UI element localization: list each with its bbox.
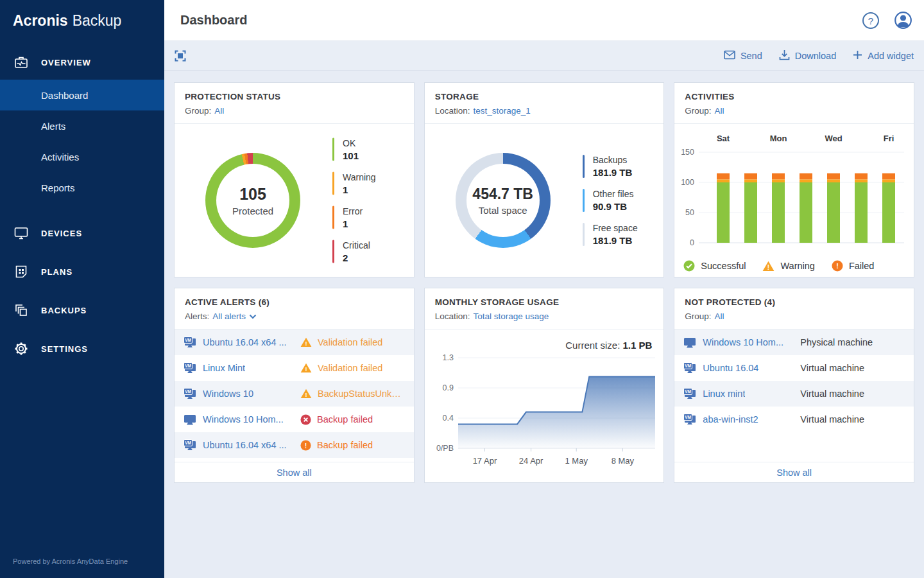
activities-header: ACTIVITIES Group: All xyxy=(674,83,914,124)
top-header: Dashboard ? xyxy=(164,0,924,41)
sidebar-item-dashboard[interactable]: Dashboard xyxy=(0,80,164,110)
machine-name-link[interactable]: aba-win-inst2 xyxy=(703,414,758,425)
alert-row: VM Linux Mint ! Validation failed xyxy=(175,355,414,381)
alert-row: VM Windows 10 ! BackupStatusUnkno... xyxy=(175,381,414,407)
legend-label: Error xyxy=(343,206,363,216)
machine-name-link[interactable]: Windows 10 Hom... xyxy=(703,337,783,347)
physical-machine-icon xyxy=(683,337,696,348)
sidebar-section-overview[interactable]: OVERVIEW xyxy=(0,45,164,80)
backups-icon xyxy=(13,302,30,319)
svg-text:VM: VM xyxy=(685,389,691,394)
legend-label: OK xyxy=(343,138,359,148)
legend-label: Backups xyxy=(593,155,633,165)
alert-status-text: Validation failed xyxy=(318,363,382,373)
total-space-value: 454.7 TB xyxy=(472,186,533,203)
not-protected-show-all-link[interactable]: Show all xyxy=(674,462,914,482)
add-widget-button[interactable]: Add widget xyxy=(853,49,914,62)
svg-text:!: ! xyxy=(767,263,769,270)
main-area: Dashboard ? xyxy=(164,0,924,578)
alerts-filter-dropdown[interactable]: Alerts: All alerts xyxy=(185,311,404,321)
bar-sun-failed xyxy=(744,173,757,179)
machine-name-link[interactable]: Ubuntu 16.04 x64 ... xyxy=(203,440,287,450)
protection-header: PROTECTION STATUS Group: All xyxy=(175,83,414,124)
bar-mon-warning xyxy=(772,179,785,182)
machine-name-link[interactable]: Windows 10 xyxy=(203,389,253,399)
legend-label: Other files xyxy=(593,189,634,199)
legend-successful: Successful xyxy=(683,260,746,272)
bar-tue-failed xyxy=(800,173,812,179)
storage-donut-center: 454.7 TB Total space xyxy=(456,153,551,248)
legend-color-bar xyxy=(583,155,585,178)
sidebar-item-alerts[interactable]: Alerts xyxy=(0,110,164,141)
legend-color-bar xyxy=(332,206,334,229)
protection-body: 105 Protected OK 101 Warning 1 Error 1 C… xyxy=(175,124,414,277)
bar-sat-failed xyxy=(717,173,730,179)
machine-name-link[interactable]: Ubuntu 16.04 xyxy=(703,363,758,373)
bar-fri-successful xyxy=(882,182,895,243)
widget-title: NOT PROTECTED (4) xyxy=(685,297,903,307)
legend-label: Warning xyxy=(780,261,814,271)
legend-color-bar xyxy=(583,189,585,212)
location-filter-link[interactable]: test_storage_1 xyxy=(473,106,530,116)
machine-name-link[interactable]: Windows 10 Hom... xyxy=(203,414,284,425)
overview-icon xyxy=(13,54,30,71)
acronis-backup-logo: Acronis Backup xyxy=(0,0,164,41)
machine-type: Virtual machine xyxy=(800,389,864,399)
alerts-show-all-link[interactable]: Show all xyxy=(175,462,414,482)
location-filter-link[interactable]: Total storage usage xyxy=(473,311,549,321)
vm-machine-icon: VM xyxy=(683,388,696,399)
legend-value: 181.9 TB xyxy=(593,235,638,246)
sidebar-section-plans[interactable]: PLANS xyxy=(0,254,164,289)
machine-name-link[interactable]: Linux Mint xyxy=(203,363,245,373)
machine-type: Physical machine xyxy=(800,337,873,347)
send-button[interactable]: Send xyxy=(724,49,762,62)
legend-color-bar xyxy=(583,223,585,246)
group-filter-link[interactable]: All xyxy=(715,311,724,321)
not-protected-header: NOT PROTECTED (4) Group: All xyxy=(674,288,914,329)
vm-machine-icon: VM xyxy=(184,439,196,451)
machine-name-link[interactable]: Linux mint xyxy=(703,389,745,399)
widget-title: MONTHLY STORAGE USAGE xyxy=(435,297,654,307)
critical-status-icon xyxy=(300,414,311,425)
fullscreen-button[interactable] xyxy=(175,50,186,62)
account-button[interactable] xyxy=(894,11,912,30)
svg-text:VM: VM xyxy=(185,441,191,445)
bar-fri-warning xyxy=(882,179,895,182)
svg-text:100: 100 xyxy=(681,178,694,187)
widget-activities: ACTIVITIES Group: All 150100500SatMonWed… xyxy=(674,82,914,277)
svg-text:?: ? xyxy=(868,15,873,26)
sidebar-section-backups[interactable]: BACKUPS xyxy=(0,293,164,328)
help-button[interactable]: ? xyxy=(862,12,880,30)
not-protected-row: VM aba-win-inst2 Virtual machine xyxy=(674,407,914,432)
group-filter-link[interactable]: All xyxy=(214,106,224,116)
settings-icon xyxy=(13,340,30,357)
sidebar-section-devices[interactable]: DEVICES xyxy=(0,216,164,250)
powered-by-text: Powered by Acronis AnyData Engine xyxy=(13,557,128,565)
failed-icon: ! xyxy=(832,260,843,272)
not-protected-row: VM Ubuntu 16.04 Virtual machine xyxy=(674,355,914,381)
envelope-icon xyxy=(724,50,735,62)
svg-text:Wed: Wed xyxy=(825,134,843,143)
widget-storage: STORAGE Location: test_storage_1 454.7 T… xyxy=(424,82,665,277)
widget-filter: Group: All xyxy=(185,106,404,116)
sidebar-item-reports[interactable]: Reports xyxy=(0,172,164,203)
alerts-filter-value[interactable]: All alerts xyxy=(212,311,246,321)
machine-name-link[interactable]: Ubuntu 16.04 x64 ... xyxy=(203,337,287,347)
group-filter-link[interactable]: All xyxy=(715,106,724,116)
svg-text:Mon: Mon xyxy=(770,134,787,143)
legend-label: Free space xyxy=(593,223,638,233)
widget-title: ACTIVE ALERTS (6) xyxy=(185,297,404,307)
widget-not-protected: NOT PROTECTED (4) Group: All Windows 10 … xyxy=(674,288,914,483)
svg-text:VM: VM xyxy=(685,363,691,368)
protection-legend: OK 101 Warning 1 Error 1 Critical 2 xyxy=(332,138,376,263)
page-title: Dashboard xyxy=(180,13,848,28)
sidebar-section-settings[interactable]: SETTINGS xyxy=(0,331,164,366)
bar-wed-failed xyxy=(827,173,840,179)
sidebar-item-activities[interactable]: Activities xyxy=(0,141,164,172)
download-button[interactable]: Download xyxy=(779,49,837,62)
activities-bar-chart: 150100500SatMonWedFri xyxy=(674,124,914,255)
svg-text:VM: VM xyxy=(185,389,191,394)
legend-warning: !Warning xyxy=(762,261,814,272)
sidebar: Acronis Backup OVERVIEW DashboardAlertsA… xyxy=(0,0,164,578)
legend-label: Failed xyxy=(849,261,875,271)
